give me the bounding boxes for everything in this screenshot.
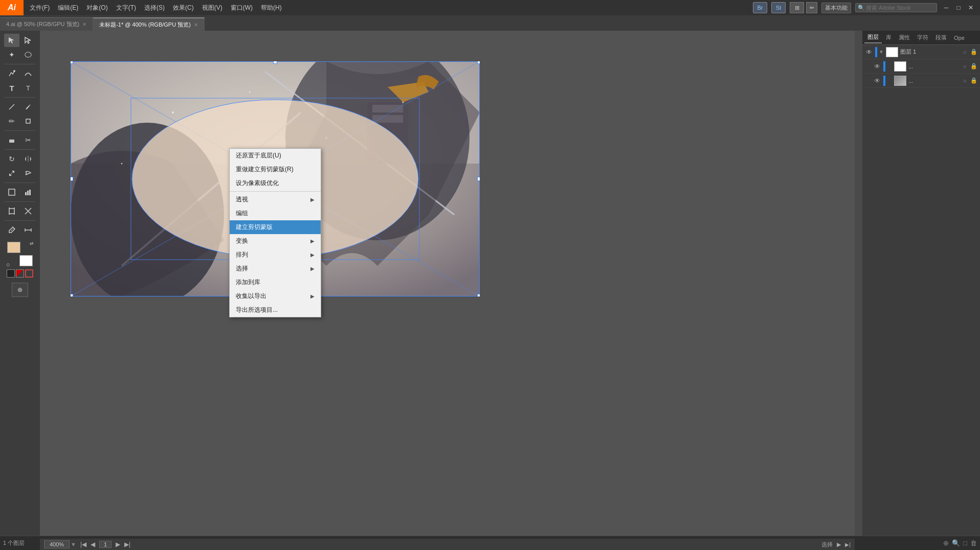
menu-object[interactable]: 对象(O) — [82, 2, 112, 14]
layout-btn[interactable]: ⊞ — [790, 2, 804, 13]
tab-1[interactable]: 未标题-1* @ 400% (RGB/GPU 预览) ✕ — [93, 17, 205, 31]
bridge-button[interactable]: Br — [753, 2, 767, 13]
status-end-icon[interactable]: ▶| — [845, 542, 851, 547]
scissors-tool[interactable]: ✂ — [20, 133, 36, 147]
canvas-area[interactable]: 还原置于底层(U) 重做建立剪切蒙版(R) 设为像素级优化 透视 ▶ 编组 建立… — [40, 31, 862, 550]
menu-help[interactable]: 帮助(H) — [257, 2, 286, 14]
layer-vis-1[interactable]: 👁 — [864, 49, 874, 56]
nav-left[interactable]: ◀ — [91, 541, 95, 548]
menu-text[interactable]: 文字(T) — [112, 2, 140, 14]
ctx-perspective[interactable]: 透视 ▶ — [230, 193, 321, 207]
line-tool[interactable] — [4, 100, 19, 113]
ctx-group[interactable]: 编组 — [230, 207, 321, 220]
menu-file[interactable]: 文件(F) — [26, 2, 54, 14]
handle-bottom-left[interactable] — [71, 294, 73, 296]
panel-tab-paragraph[interactable]: 段落 — [932, 32, 950, 43]
handle-top-right[interactable] — [477, 61, 480, 64]
handle-top-left[interactable] — [71, 61, 73, 64]
layer-lock-1[interactable]: 🔒 — [970, 49, 978, 55]
handle-middle-left[interactable] — [71, 177, 73, 181]
close-button[interactable]: ✕ — [966, 3, 976, 13]
ctx-restore-bottom[interactable]: 还原置于底层(U) — [230, 149, 321, 163]
layer-circle-1[interactable]: ○ — [961, 49, 969, 55]
handle-bottom-right[interactable] — [477, 294, 480, 296]
zoom-input[interactable] — [44, 540, 70, 548]
layer-lock-sub-2[interactable]: 🔒 — [970, 77, 978, 84]
add-layer-btn[interactable]: □ — [963, 539, 967, 547]
pen-tool[interactable] — [4, 67, 19, 80]
magic-wand-tool[interactable]: ✦ — [4, 48, 19, 61]
curvature-tool[interactable] — [20, 67, 36, 80]
nav-right[interactable]: ▶ — [116, 541, 120, 548]
layer-row-sub-2[interactable]: 👁 ... ○ 🔒 — [862, 74, 980, 88]
ctx-select[interactable]: 选择 ▶ — [230, 262, 321, 276]
vertical-scrollbar[interactable] — [855, 31, 862, 541]
selection-tool[interactable] — [4, 34, 19, 47]
locate-layer-btn[interactable]: ⊕ — [943, 539, 949, 547]
pencil-tool[interactable]: ✏ — [4, 114, 19, 128]
scale-tool[interactable] — [4, 167, 19, 180]
layer-vis-sub-1[interactable]: 👁 — [873, 63, 882, 70]
layer-row-sub-1[interactable]: 👁 ... ○ 🔒 — [862, 59, 980, 74]
ctx-make-clipping[interactable]: 建立剪切蒙版 — [230, 220, 321, 234]
handle-top-center[interactable] — [273, 61, 277, 64]
menu-edit[interactable]: 编辑(E) — [54, 2, 82, 14]
zoom-down-icon[interactable]: ▼ — [71, 541, 76, 547]
layer-row-1[interactable]: 👁 ▼ 图层 1 ○ 🔒 — [862, 45, 980, 59]
ctx-pixel-optimize[interactable]: 设为像素级优化 — [230, 176, 321, 190]
reset-colors-icon[interactable]: ⊙ — [6, 262, 10, 267]
touch-type-tool[interactable]: T — [20, 81, 36, 95]
reflect-tool[interactable] — [20, 152, 36, 166]
status-play-icon[interactable]: ▶ — [837, 541, 841, 548]
stroke-swatch[interactable] — [16, 269, 24, 278]
eyedropper-tool[interactable] — [4, 223, 19, 237]
ctx-add-to-library[interactable]: 添加到库 — [230, 276, 321, 289]
symbol-btn[interactable]: ⊕ — [12, 283, 28, 297]
nav-next[interactable]: ▶| — [124, 541, 130, 548]
tab-0[interactable]: 4.ai @ 50% (RGB/GPU 预览) ✕ — [0, 17, 93, 31]
layer-circle-sub-1[interactable]: ○ — [961, 63, 969, 70]
layer-lock-sub-1[interactable]: 🔒 — [970, 63, 978, 70]
menu-window[interactable]: 窗口(W) — [227, 2, 257, 14]
menu-view[interactable]: 视图(V) — [198, 2, 227, 14]
panel-tab-properties[interactable]: 属性 — [896, 32, 913, 43]
foreground-color[interactable] — [7, 242, 20, 253]
layer-vis-sub-2[interactable]: 👁 — [873, 77, 882, 84]
workspace-dropdown[interactable]: 基本功能 — [821, 3, 851, 13]
panel-tab-ope[interactable]: Ope — [951, 33, 968, 42]
stock-button[interactable]: St — [771, 2, 786, 13]
nav-prev[interactable]: |◀ — [80, 541, 86, 548]
handle-middle-right[interactable] — [477, 177, 480, 181]
ctx-collect-export[interactable]: 收集以导出 ▶ — [230, 289, 321, 303]
ctx-export-selected[interactable]: 导出所选项目... — [230, 303, 321, 317]
pen-btn[interactable]: ✏ — [806, 2, 817, 13]
shaper-tool[interactable] — [20, 114, 36, 128]
search-input[interactable] — [855, 3, 937, 12]
layer-circle-sub-2[interactable]: ○ — [961, 78, 969, 84]
paintbrush-tool[interactable] — [20, 100, 36, 113]
direct-selection-tool[interactable] — [20, 34, 36, 47]
menu-select[interactable]: 选择(S) — [140, 2, 169, 14]
minimize-button[interactable]: ─ — [941, 3, 951, 13]
graph-tool[interactable] — [4, 186, 19, 199]
delete-layer-btn[interactable]: 🗑 — [970, 539, 977, 547]
panel-tab-character[interactable]: 字符 — [914, 32, 931, 43]
type-tool[interactable]: T — [4, 81, 19, 95]
panel-tab-layers[interactable]: 图层 — [864, 32, 882, 43]
gradient-swatch[interactable] — [25, 269, 33, 278]
bar-graph-tool[interactable] — [20, 186, 36, 199]
slice-tool[interactable] — [20, 204, 36, 218]
artboard-tool[interactable] — [4, 204, 19, 218]
ctx-redo-clipping[interactable]: 重做建立剪切蒙版(R) — [230, 163, 321, 176]
ctx-transform[interactable]: 变换 ▶ — [230, 234, 321, 248]
lasso-tool[interactable] — [20, 48, 36, 61]
maximize-button[interactable]: □ — [953, 3, 964, 13]
layer-expand-1[interactable]: ▼ — [879, 49, 886, 55]
page-input[interactable] — [99, 541, 112, 548]
tab-close-0[interactable]: ✕ — [82, 21, 86, 27]
tab-close-1[interactable]: ✕ — [194, 22, 198, 28]
background-color[interactable] — [19, 255, 33, 266]
fill-swatch[interactable] — [7, 269, 15, 278]
measure-tool[interactable] — [20, 223, 36, 237]
menu-effect[interactable]: 效果(C) — [169, 2, 198, 14]
